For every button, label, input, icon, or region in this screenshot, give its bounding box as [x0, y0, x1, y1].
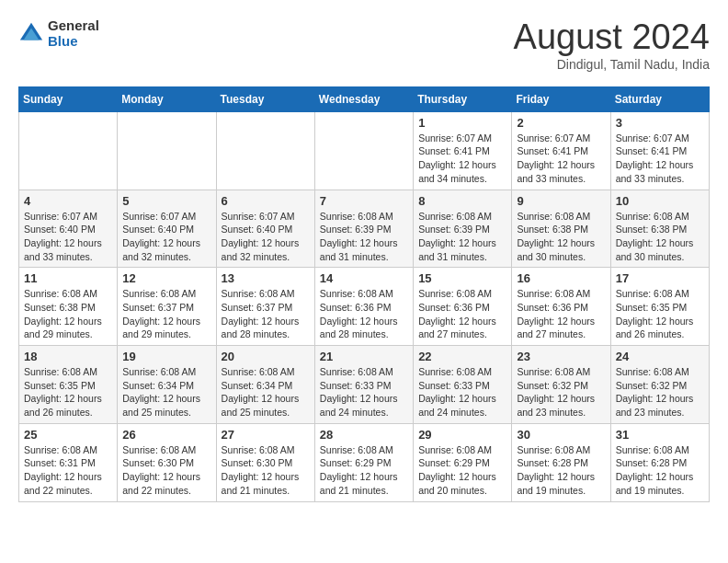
calendar-cell: 1Sunrise: 6:07 AM Sunset: 6:41 PM Daylig… [414, 111, 512, 190]
calendar-header-tuesday: Tuesday [216, 86, 314, 111]
calendar-week-row-3: 11Sunrise: 6:08 AM Sunset: 6:38 PM Dayli… [19, 268, 710, 346]
day-number: 15 [418, 271, 506, 285]
month-title: August 2024 [514, 18, 710, 57]
day-info: Sunrise: 6:08 AM Sunset: 6:34 PM Dayligh… [122, 365, 210, 419]
logo: General Blue [18, 18, 99, 49]
day-number: 7 [320, 194, 408, 208]
day-info: Sunrise: 6:07 AM Sunset: 6:41 PM Dayligh… [616, 132, 704, 186]
day-number: 18 [24, 350, 112, 363]
day-info: Sunrise: 6:08 AM Sunset: 6:39 PM Dayligh… [418, 210, 506, 264]
calendar-cell: 18Sunrise: 6:08 AM Sunset: 6:35 PM Dayli… [19, 346, 118, 424]
calendar-header-row: SundayMondayTuesdayWednesdayThursdayFrid… [19, 86, 710, 111]
day-number: 9 [517, 194, 605, 208]
logo-general: General [48, 18, 99, 34]
day-number: 13 [222, 271, 310, 285]
calendar-cell: 25Sunrise: 6:08 AM Sunset: 6:31 PM Dayli… [19, 423, 118, 501]
calendar-table: SundayMondayTuesdayWednesdayThursdayFrid… [18, 86, 710, 502]
day-number: 30 [517, 428, 605, 442]
calendar-cell: 26Sunrise: 6:08 AM Sunset: 6:30 PM Dayli… [118, 423, 216, 501]
calendar-cell: 21Sunrise: 6:08 AM Sunset: 6:33 PM Dayli… [314, 346, 413, 424]
calendar-cell: 16Sunrise: 6:08 AM Sunset: 6:36 PM Dayli… [512, 268, 610, 346]
title-section: August 2024 Dindigul, Tamil Nadu, India [514, 18, 710, 72]
day-info: Sunrise: 6:07 AM Sunset: 6:40 PM Dayligh… [222, 210, 310, 264]
day-info: Sunrise: 6:08 AM Sunset: 6:30 PM Dayligh… [122, 443, 210, 498]
calendar-cell: 13Sunrise: 6:08 AM Sunset: 6:37 PM Dayli… [216, 268, 314, 346]
day-info: Sunrise: 6:08 AM Sunset: 6:38 PM Dayligh… [24, 287, 112, 341]
day-number: 20 [222, 350, 310, 363]
calendar-cell: 17Sunrise: 6:08 AM Sunset: 6:35 PM Dayli… [610, 268, 709, 346]
calendar-header-friday: Friday [512, 86, 610, 111]
day-number: 5 [122, 194, 210, 208]
day-info: Sunrise: 6:08 AM Sunset: 6:33 PM Dayligh… [418, 365, 506, 419]
day-number: 24 [616, 350, 704, 363]
day-number: 31 [616, 428, 704, 442]
calendar-cell: 15Sunrise: 6:08 AM Sunset: 6:36 PM Dayli… [414, 268, 512, 346]
calendar-cell: 2Sunrise: 6:07 AM Sunset: 6:41 PM Daylig… [512, 111, 610, 190]
calendar-cell: 14Sunrise: 6:08 AM Sunset: 6:36 PM Dayli… [314, 268, 413, 346]
day-info: Sunrise: 6:08 AM Sunset: 6:35 PM Dayligh… [616, 287, 704, 341]
calendar-cell [216, 111, 314, 190]
day-number: 21 [320, 350, 408, 363]
calendar-cell: 10Sunrise: 6:08 AM Sunset: 6:38 PM Dayli… [610, 190, 709, 268]
day-info: Sunrise: 6:08 AM Sunset: 6:37 PM Dayligh… [122, 287, 210, 341]
day-number: 28 [320, 428, 408, 442]
calendar-week-row-2: 4Sunrise: 6:07 AM Sunset: 6:40 PM Daylig… [19, 190, 710, 268]
calendar-header-monday: Monday [118, 86, 216, 111]
day-info: Sunrise: 6:08 AM Sunset: 6:29 PM Dayligh… [320, 443, 408, 498]
day-number: 14 [320, 271, 408, 285]
day-info: Sunrise: 6:08 AM Sunset: 6:29 PM Dayligh… [418, 443, 506, 498]
calendar-cell [19, 111, 118, 190]
calendar-header-sunday: Sunday [19, 86, 118, 111]
day-number: 16 [517, 271, 605, 285]
day-info: Sunrise: 6:07 AM Sunset: 6:40 PM Dayligh… [122, 210, 210, 264]
calendar-cell: 23Sunrise: 6:08 AM Sunset: 6:32 PM Dayli… [512, 346, 610, 424]
calendar-cell: 9Sunrise: 6:08 AM Sunset: 6:38 PM Daylig… [512, 190, 610, 268]
calendar-cell: 6Sunrise: 6:07 AM Sunset: 6:40 PM Daylig… [216, 190, 314, 268]
day-info: Sunrise: 6:08 AM Sunset: 6:36 PM Dayligh… [320, 287, 408, 341]
day-number: 23 [517, 350, 605, 363]
calendar-cell: 22Sunrise: 6:08 AM Sunset: 6:33 PM Dayli… [414, 346, 512, 424]
calendar-cell: 5Sunrise: 6:07 AM Sunset: 6:40 PM Daylig… [118, 190, 216, 268]
day-number: 12 [122, 271, 210, 285]
day-number: 22 [418, 350, 506, 363]
day-number: 2 [517, 116, 605, 130]
day-number: 27 [222, 428, 310, 442]
calendar-cell: 29Sunrise: 6:08 AM Sunset: 6:29 PM Dayli… [414, 423, 512, 501]
calendar-cell: 31Sunrise: 6:08 AM Sunset: 6:28 PM Dayli… [610, 423, 709, 501]
calendar-week-row-4: 18Sunrise: 6:08 AM Sunset: 6:35 PM Dayli… [19, 346, 710, 424]
day-info: Sunrise: 6:08 AM Sunset: 6:28 PM Dayligh… [517, 443, 605, 498]
day-number: 4 [24, 194, 112, 208]
day-number: 26 [122, 428, 210, 442]
day-number: 10 [616, 194, 704, 208]
day-info: Sunrise: 6:08 AM Sunset: 6:35 PM Dayligh… [24, 365, 112, 419]
calendar-header-saturday: Saturday [610, 86, 709, 111]
day-info: Sunrise: 6:08 AM Sunset: 6:37 PM Dayligh… [222, 287, 310, 341]
day-number: 6 [222, 194, 310, 208]
day-number: 11 [24, 271, 112, 285]
logo-icon [18, 21, 44, 47]
calendar-cell [314, 111, 413, 190]
logo-blue-text: Blue [48, 34, 99, 50]
calendar-cell: 27Sunrise: 6:08 AM Sunset: 6:30 PM Dayli… [216, 423, 314, 501]
calendar-cell: 19Sunrise: 6:08 AM Sunset: 6:34 PM Dayli… [118, 346, 216, 424]
calendar-cell: 8Sunrise: 6:08 AM Sunset: 6:39 PM Daylig… [414, 190, 512, 268]
day-number: 25 [24, 428, 112, 442]
day-info: Sunrise: 6:08 AM Sunset: 6:33 PM Dayligh… [320, 365, 408, 419]
day-info: Sunrise: 6:08 AM Sunset: 6:36 PM Dayligh… [418, 287, 506, 341]
day-info: Sunrise: 6:07 AM Sunset: 6:41 PM Dayligh… [517, 132, 605, 186]
page-header: General Blue August 2024 Dindigul, Tamil… [18, 18, 710, 72]
calendar-header-wednesday: Wednesday [314, 86, 413, 111]
calendar-cell: 11Sunrise: 6:08 AM Sunset: 6:38 PM Dayli… [19, 268, 118, 346]
calendar-cell: 24Sunrise: 6:08 AM Sunset: 6:32 PM Dayli… [610, 346, 709, 424]
location: Dindigul, Tamil Nadu, India [514, 57, 710, 72]
calendar-cell: 7Sunrise: 6:08 AM Sunset: 6:39 PM Daylig… [314, 190, 413, 268]
day-info: Sunrise: 6:08 AM Sunset: 6:39 PM Dayligh… [320, 210, 408, 264]
day-number: 19 [122, 350, 210, 363]
calendar-cell: 30Sunrise: 6:08 AM Sunset: 6:28 PM Dayli… [512, 423, 610, 501]
day-info: Sunrise: 6:07 AM Sunset: 6:40 PM Dayligh… [24, 210, 112, 264]
calendar-cell [118, 111, 216, 190]
day-number: 29 [418, 428, 506, 442]
day-info: Sunrise: 6:08 AM Sunset: 6:34 PM Dayligh… [222, 365, 310, 419]
calendar-header-thursday: Thursday [414, 86, 512, 111]
day-info: Sunrise: 6:08 AM Sunset: 6:32 PM Dayligh… [517, 365, 605, 419]
